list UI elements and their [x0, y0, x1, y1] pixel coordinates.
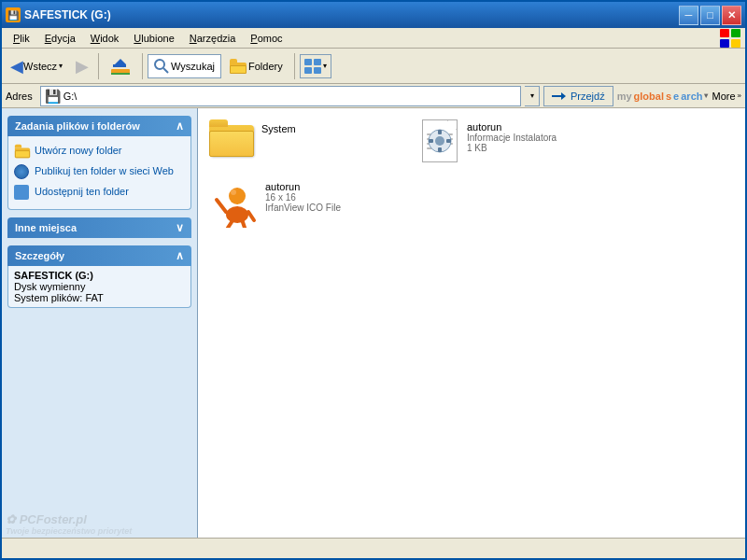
myglobalsearch-button[interactable]: myglobalsearch ▾: [617, 91, 709, 102]
share-icon: [14, 185, 29, 200]
autorun-ico-name: autorun: [265, 181, 341, 192]
list-item[interactable]: autorun Informacje Instalatora 1 KB: [418, 116, 624, 168]
file-pane: System: [198, 108, 745, 538]
svg-rect-18: [438, 130, 442, 134]
svg-point-17: [435, 136, 444, 146]
svg-line-27: [243, 222, 245, 228]
svg-rect-20: [429, 139, 433, 143]
svg-line-25: [248, 212, 254, 220]
more-button[interactable]: More »: [712, 91, 741, 102]
toolbar-separator-1: [98, 53, 99, 79]
window: 💾 SAFESTICK (G:) ─ □ ✕ Plik Edycja Widok…: [0, 0, 747, 560]
svg-rect-0: [720, 29, 729, 37]
svg-line-9: [163, 68, 168, 73]
svg-rect-3: [731, 39, 740, 48]
address-input-wrap[interactable]: 💾: [40, 86, 521, 106]
create-folder-icon: [14, 144, 29, 159]
publish-label: Publikuj ten folder w sieci Web: [35, 164, 174, 177]
toolbar-separator-2: [142, 53, 143, 79]
menu-ulubione[interactable]: Ulubione: [126, 31, 181, 46]
details-collapse-icon: ∧: [176, 249, 184, 262]
menu-edycja[interactable]: Edycja: [37, 31, 83, 46]
autorun-ico-size: 16 x 16: [265, 192, 341, 203]
statusbar: [2, 538, 745, 558]
svg-rect-13: [314, 67, 321, 74]
other-places-label: Inne miejsca: [15, 222, 77, 233]
details-filesystem: System plików: FAT: [14, 292, 185, 303]
svg-rect-11: [314, 59, 321, 65]
back-button[interactable]: ◀ Wstecz ▾: [6, 52, 67, 80]
windows-logo: [719, 28, 741, 49]
view-button[interactable]: ▾: [300, 54, 331, 78]
address-dropdown[interactable]: ▾: [525, 86, 540, 106]
address-input[interactable]: [63, 91, 516, 102]
share-label: Udostępnij ten folder: [35, 185, 129, 198]
window-icon: 💾: [6, 7, 21, 22]
more-label: More: [712, 91, 735, 102]
svg-rect-19: [438, 147, 442, 152]
other-places-section: Inne miejsca ∨: [7, 217, 191, 238]
autorun-ico-type: IrfanView ICO File: [265, 203, 341, 213]
svg-rect-2: [720, 39, 729, 48]
details-type: Dysk wymienny: [14, 281, 185, 292]
go-label: Przejdź: [571, 91, 605, 102]
window-title: SAFESTICK (G:): [24, 8, 679, 21]
create-folder-action[interactable]: Utwórz nowy folder: [14, 142, 185, 162]
minimize-button[interactable]: ─: [679, 6, 698, 25]
addressbar: Adres 💾 ▾ Przejdź myglobalsearch ▾ More …: [2, 84, 745, 108]
file-meta-size: 1 KB: [467, 143, 557, 153]
main-area: Zadania plików i folderów ∧ Utwórz nowy …: [2, 108, 745, 538]
menu-pomoc[interactable]: Pomoc: [243, 31, 289, 46]
other-places-collapse-icon: ∨: [176, 221, 184, 234]
titlebar: 💾 SAFESTICK (G:) ─ □ ✕: [2, 2, 745, 28]
menu-widok[interactable]: Widok: [83, 31, 127, 46]
details-header[interactable]: Szczegóły ∧: [7, 245, 191, 266]
svg-rect-21: [446, 139, 451, 143]
folder-icon-large: [209, 119, 254, 157]
forward-button[interactable]: ▶: [71, 52, 93, 80]
svg-point-23: [229, 188, 246, 204]
address-label: Adres: [6, 91, 36, 102]
svg-rect-5: [113, 64, 126, 67]
share-action[interactable]: Udostępnij ten folder: [14, 183, 185, 203]
tasks-section: Zadania plików i folderów ∧ Utwórz nowy …: [7, 116, 191, 210]
document-icon: [422, 119, 459, 164]
file-meta-type: Informacje Instalatora: [467, 133, 557, 143]
search-label: Wyszukaj: [171, 61, 215, 72]
svg-point-28: [231, 189, 236, 195]
publish-action[interactable]: Publikuj ten folder w sieci Web: [14, 162, 185, 183]
tasks-content: Utwórz nowy folder Publikuj ten folder w…: [7, 136, 191, 210]
create-folder-label: Utwórz nowy folder: [35, 144, 122, 157]
tasks-header-label: Zadania plików i folderów: [15, 120, 140, 132]
tasks-header[interactable]: Zadania plików i folderów ∧: [7, 116, 191, 136]
list-item[interactable]: System: [205, 116, 411, 168]
svg-point-22: [226, 206, 248, 223]
tasks-collapse-icon: ∧: [176, 119, 184, 133]
up-button[interactable]: [104, 52, 137, 80]
svg-marker-15: [561, 92, 566, 100]
details-section: Szczegóły ∧ SAFESTICK (G:) Dysk wymienny…: [7, 245, 191, 308]
folders-button[interactable]: Foldery: [223, 54, 289, 78]
list-item[interactable]: autorun 16 x 16 IrfanView ICO File: [205, 175, 392, 231]
details-name: SAFESTICK (G:): [14, 270, 185, 281]
details-header-label: Szczegóły: [15, 250, 64, 261]
toolbar-separator-3: [294, 53, 295, 79]
svg-marker-6: [115, 59, 126, 64]
menubar: Plik Edycja Widok Ulubione Narzędzia Pom…: [2, 28, 745, 49]
search-button[interactable]: Wyszukaj: [148, 54, 221, 78]
svg-line-24: [217, 200, 226, 212]
file-name-system: System: [261, 123, 296, 134]
svg-rect-7: [111, 73, 130, 75]
svg-rect-12: [304, 67, 312, 74]
sidebar: Zadania plików i folderów ∧ Utwórz nowy …: [2, 108, 198, 538]
folder-icon: [230, 59, 247, 74]
maximize-button[interactable]: □: [700, 6, 720, 25]
close-button[interactable]: ✕: [722, 6, 741, 25]
other-places-header[interactable]: Inne miejsca ∨: [7, 217, 191, 238]
menu-plik[interactable]: Plik: [6, 31, 37, 46]
folders-label: Foldery: [248, 61, 283, 72]
globe-icon: [14, 164, 29, 179]
go-button[interactable]: Przejdź: [543, 86, 613, 106]
autorun-ico-icon: [209, 179, 258, 228]
menu-narzedzia[interactable]: Narzędzia: [182, 31, 244, 46]
